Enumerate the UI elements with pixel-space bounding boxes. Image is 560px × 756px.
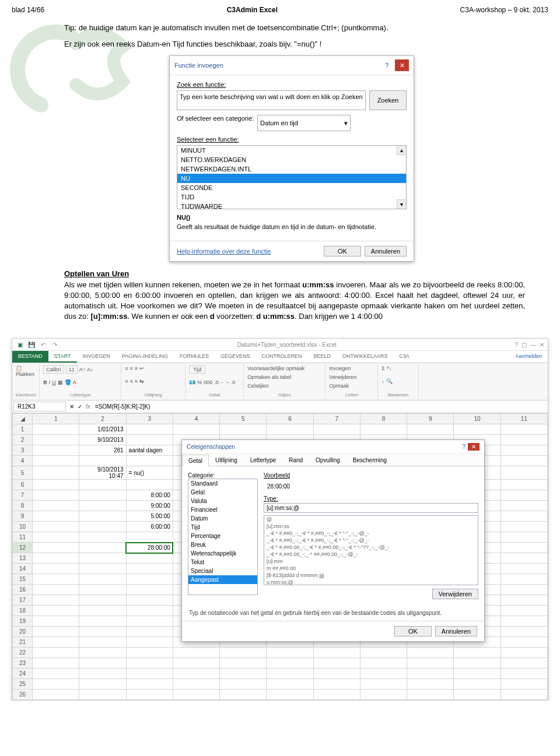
bold-icon[interactable]: B xyxy=(43,379,47,385)
save-icon[interactable]: 💾 xyxy=(27,340,36,349)
list-item[interactable]: NETWERKDAGEN.INTL xyxy=(177,164,406,174)
row-header[interactable]: 16 xyxy=(13,585,33,595)
tab-gegevens[interactable]: GEGEVENS xyxy=(215,351,256,363)
row-header[interactable]: 12 xyxy=(13,543,33,553)
ok-button[interactable]: OK xyxy=(324,246,361,256)
col-header[interactable]: 3 xyxy=(126,414,173,424)
insert-button[interactable]: Invoegen xyxy=(329,365,374,371)
cp-tab-lettertype[interactable]: Lettertype xyxy=(244,454,282,466)
help-icon[interactable]: ? xyxy=(380,59,394,71)
col-header[interactable]: 9 xyxy=(407,414,454,424)
row-header[interactable]: 8 xyxy=(13,501,33,511)
close-icon[interactable]: ✕ xyxy=(395,59,409,71)
list-item[interactable]: [$-813]dddd d mmmm jjjj xyxy=(264,572,478,579)
cell[interactable]: = nu() xyxy=(126,466,173,480)
align-right-icon[interactable]: ≡ xyxy=(135,378,138,384)
find-icon[interactable]: 🔍 xyxy=(386,378,393,384)
row-header[interactable]: 15 xyxy=(13,574,33,585)
tab-formules[interactable]: FORMULES xyxy=(174,351,215,363)
row-header[interactable]: 7 xyxy=(13,490,33,501)
cell[interactable]: 9:00:00 xyxy=(126,501,173,511)
tab-start[interactable]: START xyxy=(48,351,77,363)
formula-input[interactable]: =SOM(R[-5]K:R[-2]K) xyxy=(94,402,547,411)
col-header[interactable]: 10 xyxy=(454,414,501,424)
fill-color-icon[interactable]: 🪣 xyxy=(65,379,71,385)
tab-file[interactable]: BESTAND xyxy=(12,351,48,363)
number-format-select[interactable]: Tijd xyxy=(189,365,205,374)
delete-button[interactable]: Verwijderen xyxy=(432,589,478,599)
row-header[interactable]: 25 xyxy=(13,679,33,690)
list-item[interactable]: Tekst xyxy=(188,558,257,567)
cell[interactable]: 1/01/2013 xyxy=(79,424,126,435)
row-header[interactable]: 22 xyxy=(13,648,33,658)
col-header[interactable]: 8 xyxy=(360,414,407,424)
help-link[interactable]: Help-informatie over deze functie xyxy=(177,248,324,255)
list-item-selected[interactable]: Aangepast xyxy=(188,575,257,584)
underline-icon[interactable]: U xyxy=(52,379,56,385)
select-all-corner[interactable]: ◢ xyxy=(13,414,33,424)
percent-icon[interactable]: % xyxy=(197,379,202,385)
row-header[interactable]: 11 xyxy=(13,532,33,543)
cell[interactable]: 5:00:00 xyxy=(126,511,173,522)
tab-pagina[interactable]: PAGINA-INDELING xyxy=(116,351,174,363)
list-item[interactable]: MINUUT xyxy=(177,146,406,155)
row-header[interactable]: 17 xyxy=(13,595,33,606)
cell[interactable]: 9/10/2013 10:47 xyxy=(79,466,126,480)
list-item[interactable]: Standaard xyxy=(188,479,257,488)
sort-icon[interactable]: ᴬ↓ xyxy=(387,365,392,371)
type-listbox[interactable]: @ [u]:mm:ss _-€ * #,##0_-;_-€ * #,##0_-;… xyxy=(264,515,478,585)
cp-tab-getal[interactable]: Getal xyxy=(182,455,209,466)
redo-icon[interactable]: ↷ xyxy=(51,340,59,349)
cp-tab-opvulling[interactable]: Opvulling xyxy=(309,454,346,466)
list-item[interactable]: Percentage xyxy=(188,532,257,540)
currency-icon[interactable]: 💶 xyxy=(189,379,195,385)
cell[interactable]: 281 xyxy=(79,445,126,456)
align-middle-icon[interactable]: ≡ xyxy=(130,365,133,371)
col-header[interactable]: 7 xyxy=(313,414,360,424)
list-item[interactable]: Speciaal xyxy=(188,567,257,575)
row-header[interactable]: 9 xyxy=(13,511,33,522)
row-header[interactable]: 21 xyxy=(13,637,33,648)
list-item[interactable]: Breuk xyxy=(188,540,257,549)
align-left-icon[interactable]: ≡ xyxy=(125,378,128,384)
row-header[interactable]: 14 xyxy=(13,564,33,574)
list-item[interactable]: TIJDWAARDE xyxy=(177,202,406,209)
fill-icon[interactable]: ↓ xyxy=(382,378,384,384)
italic-icon[interactable]: I xyxy=(49,379,51,385)
list-item[interactable]: _-€ * #,##0_-;_-€ * #,##0_-;_-€ * "-"_-;… xyxy=(264,530,478,537)
cell[interactable]: 9/10/2013 xyxy=(79,435,126,445)
row-header[interactable]: 23 xyxy=(13,658,33,669)
inc-decimal-icon[interactable]: .0→ xyxy=(214,379,224,385)
fontsize-select[interactable]: 11 xyxy=(66,365,78,374)
thousands-icon[interactable]: 000 xyxy=(204,379,212,385)
row-header[interactable]: 26 xyxy=(13,690,33,700)
list-item[interactable]: Valuta xyxy=(188,497,257,505)
selected-cell[interactable]: 28:00:00 xyxy=(126,543,173,553)
merge-icon[interactable]: ⇆ xyxy=(139,378,144,384)
format-button[interactable]: Opmaak xyxy=(329,383,374,389)
function-listbox[interactable]: ▴ MINUUT NETTO.WERKDAGEN NETWERKDAGEN.IN… xyxy=(177,145,407,209)
list-item[interactable]: m ##,##0.00 xyxy=(264,565,478,572)
row-header[interactable]: 3 xyxy=(13,445,33,456)
undo-icon[interactable]: ↶ xyxy=(39,340,47,349)
autosum-icon[interactable]: Σ xyxy=(382,365,385,371)
border-icon[interactable]: ▦ xyxy=(58,379,63,385)
help-icon[interactable]: ? xyxy=(514,342,518,348)
scroll-down-icon[interactable]: ▾ xyxy=(397,199,406,209)
row-header[interactable]: 5 xyxy=(13,466,33,480)
list-item[interactable]: Datum xyxy=(188,514,257,523)
list-item[interactable]: _-€ * #,##0.00_-;_-€ * #,##0.00_-;_-€ * … xyxy=(264,544,478,551)
cancel-button[interactable]: Annuleren xyxy=(435,626,477,637)
cp-tab-uitlijning[interactable]: Uitlijning xyxy=(209,454,244,466)
cell-styles-button[interactable]: Celstijlen xyxy=(247,383,321,389)
help-icon[interactable]: ? xyxy=(462,444,466,450)
name-box[interactable]: R12K3 xyxy=(13,402,66,412)
fx-icon[interactable]: fx xyxy=(86,403,90,410)
list-item[interactable]: TIJD xyxy=(177,192,406,202)
format-table-button[interactable]: Opmaken als tabel xyxy=(247,374,321,380)
category-select[interactable]: Datum en tijd ▾ xyxy=(257,115,351,131)
col-header[interactable]: 11 xyxy=(501,414,547,424)
row-header[interactable]: 24 xyxy=(13,669,33,679)
align-center-icon[interactable]: ≡ xyxy=(130,378,133,384)
row-header[interactable]: 2 xyxy=(13,435,33,445)
